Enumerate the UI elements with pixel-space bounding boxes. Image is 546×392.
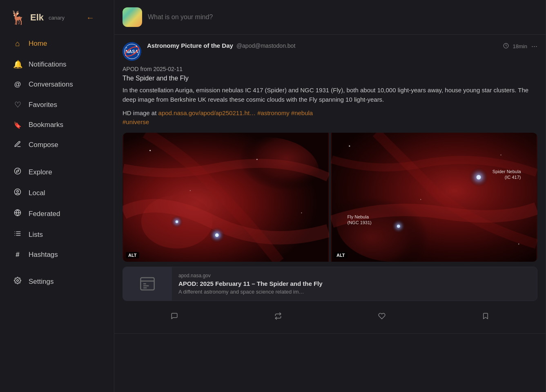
sidebar-item-notifications[interactable]: 🔔 Notifications — [3, 54, 111, 74]
link-preview-card[interactable]: apod.nasa.gov APOD: 2025 February 11 – T… — [123, 267, 537, 301]
hashtag-nebula[interactable]: #nebula — [291, 109, 313, 116]
link-preview-title: APOD: 2025 February 11 – The Spider and … — [178, 280, 530, 287]
hashtag-icon: # — [13, 251, 22, 259]
alt-badge-2[interactable]: ALT — [334, 252, 348, 258]
sidebar-item-favorites[interactable]: ♡ Favorites — [3, 95, 111, 115]
sidebar-item-federated[interactable]: Federated — [3, 204, 111, 224]
post-image-1[interactable]: ALT — [123, 133, 329, 262]
save-button[interactable] — [474, 309, 497, 325]
sidebar-item-bookmarks[interactable]: 🔖 Bookmarks — [3, 116, 111, 134]
settings-icon — [13, 277, 22, 286]
sidebar-item-label: Home — [29, 40, 47, 48]
clock-icon — [503, 43, 509, 50]
compose-icon — [13, 140, 22, 149]
link-preview-content: apod.nasa.gov APOD: 2025 February 11 – T… — [172, 267, 537, 301]
post-action-bar — [123, 307, 537, 326]
boost-button[interactable] — [266, 309, 290, 325]
hashtag-astronomy[interactable]: #astronomy — [257, 109, 289, 116]
compose-area — [114, 0, 546, 35]
post-author-avatar[interactable]: NASA — [123, 42, 141, 61]
svg-point-17 — [126, 47, 127, 48]
svg-marker-1 — [16, 170, 19, 172]
svg-point-38 — [397, 225, 400, 228]
svg-point-29 — [149, 149, 151, 151]
sidebar-item-label: Federated — [29, 210, 60, 218]
bookmark-icon: 🔖 — [13, 121, 22, 129]
post: NASA Astronomy Picture of the Day @apod@… — [114, 35, 546, 334]
sidebar-item-label: Bookmarks — [29, 121, 63, 129]
svg-point-20 — [125, 55, 126, 56]
federated-icon — [13, 209, 22, 218]
sidebar-item-label: Lists — [29, 231, 43, 239]
heart-icon: ♡ — [13, 100, 22, 109]
user-avatar — [123, 7, 142, 27]
svg-point-12 — [17, 280, 19, 282]
sidebar-item-settings[interactable]: Settings — [3, 272, 111, 292]
svg-point-19 — [138, 54, 138, 55]
post-time-area: 18min ··· — [503, 42, 537, 51]
svg-point-41 — [518, 243, 519, 245]
post-link-prefix: HD image at — [123, 109, 158, 116]
svg-point-26 — [215, 233, 219, 237]
bell-icon: 🔔 — [13, 60, 22, 69]
alt-badge-1[interactable]: ALT — [126, 252, 139, 258]
svg-point-31 — [301, 212, 302, 213]
sidebar: 🦌 Elk canary ← ⌂ Home 🔔 Notifications @ … — [0, 0, 114, 392]
post-body: In the constellation Auriga, emission ne… — [123, 85, 537, 105]
post-image-2[interactable]: ALT Spider Nebula (IC 417) Fly Nebula (N… — [331, 133, 537, 262]
elk-deer-icon: 🦌 — [10, 10, 26, 25]
link-preview-desc: A different astronomy and space science … — [178, 289, 530, 295]
post-images-grid: ALT — [123, 133, 537, 262]
sidebar-item-label: Hashtags — [29, 251, 58, 259]
post-links-line: HD image at apod.nasa.gov/apod/ap250211.… — [123, 109, 537, 127]
hashtag-universe[interactable]: #universe — [123, 118, 149, 125]
sidebar-item-compose[interactable]: Compose — [3, 135, 111, 155]
local-icon — [13, 188, 22, 198]
nebula-svg-2 — [331, 133, 537, 262]
post-title: The Spider and the Fly — [123, 75, 537, 82]
post-time: 18min — [513, 43, 527, 49]
main-content: NASA Astronomy Picture of the Day @apod@… — [114, 0, 546, 392]
post-date: APOD from 2025-02-11 — [123, 66, 537, 72]
link-preview-domain: apod.nasa.gov — [178, 273, 530, 278]
explore-icon — [13, 167, 22, 177]
svg-rect-43 — [140, 278, 154, 290]
favorite-button[interactable] — [370, 309, 394, 325]
sidebar-item-label: Favorites — [29, 101, 57, 109]
svg-point-3 — [17, 190, 19, 192]
sidebar-item-label: Notifications — [29, 60, 67, 69]
svg-point-28 — [176, 220, 178, 223]
svg-point-42 — [420, 199, 421, 200]
nasa-logo-svg: NASA — [123, 42, 141, 61]
home-icon: ⌂ — [13, 39, 22, 48]
reply-button[interactable] — [163, 309, 186, 325]
post-author-line: Astronomy Picture of the Day @apod@masto… — [147, 42, 497, 49]
sidebar-item-lists[interactable]: Lists — [3, 225, 111, 245]
feed: NASA Astronomy Picture of the Day @apod@… — [114, 35, 546, 392]
logo-area: 🦌 Elk canary ← — [0, 7, 114, 33]
sidebar-item-label: Compose — [29, 141, 58, 149]
sidebar-item-conversations[interactable]: @ Conversations — [3, 75, 111, 94]
app-title: Elk — [30, 12, 44, 23]
app-badge: canary — [49, 15, 65, 21]
nebula-svg-1 — [123, 133, 329, 262]
post-more-button[interactable]: ··· — [531, 42, 537, 51]
spider-nebula-label: Spider Nebula (IC 417) — [493, 169, 521, 180]
back-button[interactable]: ← — [83, 11, 98, 24]
sidebar-item-hashtags[interactable]: # Hashtags — [3, 245, 111, 264]
post-header: NASA Astronomy Picture of the Day @apod@… — [123, 42, 537, 61]
svg-point-18 — [136, 46, 137, 47]
sidebar-item-local[interactable]: Local — [3, 183, 111, 203]
sidebar-item-home[interactable]: ⌂ Home — [3, 34, 111, 53]
sidebar-item-label: Local — [29, 189, 45, 197]
svg-point-40 — [500, 154, 501, 155]
sidebar-item-label: Settings — [29, 278, 53, 286]
post-url-link[interactable]: apod.nasa.gov/apod/ap250211.ht… — [158, 109, 256, 116]
sidebar-item-label: Conversations — [29, 80, 73, 89]
post-meta: Astronomy Picture of the Day @apod@masto… — [147, 42, 497, 49]
sidebar-item-label: Explore — [29, 168, 52, 176]
author-name: Astronomy Picture of the Day — [147, 42, 233, 49]
sidebar-item-explore[interactable]: Explore — [3, 162, 111, 182]
fly-nebula-label: Fly Nebula (NGC 1931) — [347, 214, 371, 226]
compose-input[interactable] — [148, 13, 537, 21]
